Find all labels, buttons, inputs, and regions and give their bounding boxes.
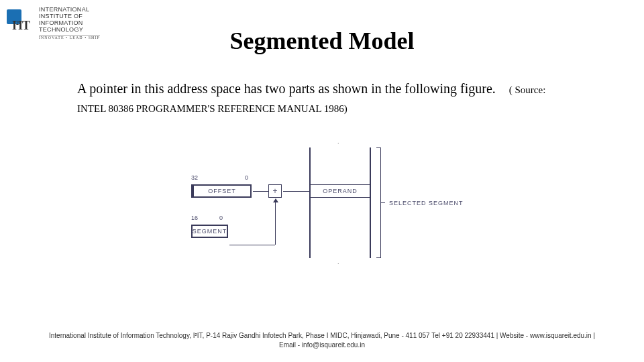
line-segment-horiz [229,245,275,245]
offset-bit-low: 0 [245,174,248,181]
footer-line-2: Email - info@isquareit.edu.in [279,341,365,349]
memory-column [309,147,371,258]
memory-ellipsis-top: · [337,139,339,146]
body-sentence: A pointer in this address space has two … [77,81,496,96]
offset-box: OFFSET [191,184,252,198]
segment-bit-high: 16 [191,215,198,221]
brace-icon [376,147,386,258]
offset-group: 32 0 OFFSET [191,184,252,198]
line-offset-to-adder [253,191,268,192]
segment-group: 16 0 SEGMENT [191,225,228,238]
memory-ellipsis-bottom: · [337,260,339,267]
segment-box: SEGMENT [191,225,228,238]
selected-segment-label: SELECTED SEGMENT [389,200,464,206]
footer-text: International Institute of Information T… [0,331,644,350]
footer-line-1: International Institute of Information T… [49,332,595,339]
body-text: A pointer in this address space has two … [77,79,567,117]
offset-bit-high: 32 [191,174,198,181]
slide: I2IT International Institute of Informat… [0,0,644,362]
line-segment-vert [275,201,276,245]
arrow-up-icon [273,198,278,202]
segment-bit-low: 0 [219,215,223,221]
segmented-pointer-diagram: 32 0 OFFSET 16 0 SEGMENT + · · OPERAND S… [191,147,466,268]
adder-box: + [268,184,282,198]
line-adder-to-memory [283,191,309,192]
operand-box: OPERAND [311,184,370,198]
slide-title: Segmented Model [0,27,644,55]
